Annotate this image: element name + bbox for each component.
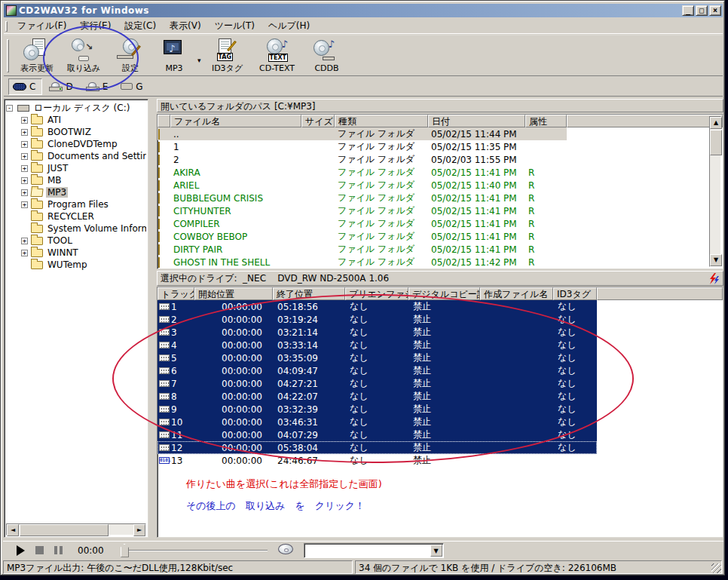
track-row[interactable]: 6 00:00:00 04:09:47 なし 禁止 なし	[158, 364, 597, 377]
toolbar-grip[interactable]	[7, 39, 9, 72]
drive-tab-g[interactable]: G	[117, 78, 148, 95]
menu-settings[interactable]: 設定(C)	[118, 18, 163, 34]
file-row[interactable]: BUBBLEGUM CRISIS ファイル フォルダ 05/02/15 11:4…	[158, 192, 567, 204]
track-row[interactable]: 11 00:00:00 04:07:29 なし 禁止 なし	[158, 428, 597, 441]
column-header-icon[interactable]	[158, 115, 170, 127]
track-row[interactable]: 13 00:00:00 24:46:67 なし 禁止	[158, 454, 597, 467]
drive-tab-d[interactable]: D	[45, 78, 78, 95]
track-row[interactable]: 7 00:00:00 04:27:21 なし 禁止 なし	[158, 377, 597, 390]
tree-item[interactable]: + WUTemp	[6, 259, 146, 271]
expand-icon[interactable]: +	[21, 250, 28, 256]
expand-icon[interactable]: +	[21, 189, 28, 196]
tree-horizontal-scrollbar[interactable]: ◄ ►	[6, 523, 146, 536]
scrollbar-thumb[interactable]	[20, 524, 109, 536]
resize-grip[interactable]	[711, 563, 721, 573]
column-header-end[interactable]: 終了位置	[273, 287, 345, 300]
expand-icon[interactable]: +	[21, 201, 28, 208]
column-header-start[interactable]: 開始位置	[194, 287, 273, 300]
collapse-icon[interactable]: -	[6, 105, 13, 112]
track-row[interactable]: 2 00:00:00 03:19:24 なし 禁止 なし	[158, 313, 597, 326]
cd-text-button[interactable]: ♪ TEXT CD-TEXT	[251, 37, 304, 74]
file-row[interactable]: .. ファイル フォルダ 05/02/15 11:44 PM	[158, 127, 567, 140]
app-icon[interactable]	[6, 5, 17, 16]
track-row[interactable]: 5 00:00:00 03:35:09 なし 禁止 なし	[158, 351, 597, 364]
expand-icon[interactable]: +	[21, 141, 28, 148]
track-row[interactable]: 4 00:00:00 03:33:14 なし 禁止 なし	[158, 339, 597, 351]
menu-file[interactable]: ファイル(F)	[11, 18, 73, 34]
column-header-attr[interactable]: 属性	[525, 115, 567, 127]
expand-icon[interactable]: +	[21, 238, 28, 244]
drive-tab-e[interactable]: E	[82, 78, 115, 95]
menu-view[interactable]: 表示(V)	[163, 18, 208, 34]
track-row[interactable]: 12 00:00:00 05:38:04 なし 禁止 なし	[158, 441, 597, 454]
file-row[interactable]: CITYHUNTER ファイル フォルダ 05/02/15 11:41 PM R	[158, 204, 567, 217]
minimize-button[interactable]: _	[682, 5, 694, 16]
column-header-id3[interactable]: ID3タグ	[553, 287, 597, 300]
track-row[interactable]: 9 00:00:00 03:32:39 なし 禁止 なし	[158, 403, 597, 416]
expand-icon[interactable]: +	[21, 153, 28, 160]
tree-item[interactable]: + BOOTWIZ	[6, 126, 146, 138]
mp3-dropdown-arrow[interactable]: ▾	[197, 48, 201, 64]
column-header-preemphasis[interactable]: プリエンファシス	[345, 287, 408, 300]
menu-execute[interactable]: 実行(E)	[73, 18, 118, 34]
eject-lightning-icon[interactable]	[708, 273, 720, 285]
tree-item[interactable]: + Program Files	[6, 198, 146, 210]
file-row[interactable]: 2 ファイル フォルダ 05/02/03 11:55 PM	[158, 153, 567, 166]
scroll-left-arrow[interactable]: ◄	[7, 524, 19, 536]
scrollbar-thumb[interactable]	[710, 130, 722, 155]
play-icon[interactable]	[17, 545, 25, 556]
tree-item[interactable]: + RECYCLER	[6, 210, 146, 222]
slider-thumb[interactable]	[121, 544, 129, 557]
tree-item[interactable]: + JUST	[6, 162, 146, 174]
column-header-track[interactable]: トラック	[158, 287, 194, 300]
track-select-combobox[interactable]: ▼	[304, 543, 444, 558]
mp3-button[interactable]: ♪ MP3	[154, 37, 194, 74]
refresh-button[interactable]: 表示更新	[14, 37, 60, 74]
expand-icon[interactable]: +	[21, 117, 28, 124]
settings-button[interactable]: 設定	[107, 37, 154, 74]
column-header-filename[interactable]: ファイル名	[170, 115, 301, 127]
scroll-up-arrow[interactable]: ▲	[710, 117, 722, 129]
track-row[interactable]: 3 00:00:00 03:21:14 なし 禁止 なし	[158, 326, 597, 339]
file-row[interactable]: DIRTY PAIR ファイル フォルダ 05/02/15 11:41 PM R	[158, 243, 567, 256]
column-header-type[interactable]: 種類	[335, 115, 428, 127]
scroll-down-arrow[interactable]: ▼	[710, 254, 722, 266]
file-row[interactable]: COWBOY BEBOP ファイル フォルダ 05/02/15 11:41 PM…	[158, 230, 567, 243]
tree-item[interactable]: + Documents and Settings	[6, 150, 146, 162]
track-row[interactable]: 8 00:00:00 04:22:07 なし 禁止 なし	[158, 390, 597, 403]
file-list-scrollbar[interactable]: ▲ ▼	[709, 116, 721, 267]
cddb-button[interactable]: ♪ CDDB	[304, 37, 350, 74]
column-header-digital-copy[interactable]: デジタルコピー許可	[408, 287, 480, 300]
expand-icon[interactable]: +	[21, 129, 28, 136]
pause-icon[interactable]	[54, 546, 63, 554]
tree-item[interactable]: + MP3	[6, 186, 146, 198]
column-header-output-filename[interactable]: 作成ファイル名	[480, 287, 553, 300]
tree-item[interactable]: + MB	[6, 174, 146, 186]
tree-item[interactable]: + TOOL	[6, 235, 146, 247]
tree-root-local-disk-c[interactable]: - ローカル ディスク (C:)	[6, 102, 146, 114]
tree-item[interactable]: + ATI	[6, 114, 146, 126]
track-row[interactable]: 10 00:00:00 03:46:31 なし 禁止 なし	[158, 416, 597, 428]
menu-tools[interactable]: ツール(T)	[208, 18, 262, 34]
tree-item[interactable]: + WINNT	[6, 247, 146, 259]
column-header-size[interactable]: サイズ	[301, 115, 335, 127]
seek-slider[interactable]	[121, 544, 268, 557]
expand-icon[interactable]: +	[21, 165, 28, 172]
file-row[interactable]: ARIEL ファイル フォルダ 05/02/15 11:40 PM R	[158, 179, 567, 192]
tree-item[interactable]: + System Volume Information	[6, 222, 146, 235]
file-row[interactable]: AKIRA ファイル フォルダ 05/02/15 11:41 PM R	[158, 166, 567, 179]
maximize-button[interactable]: □	[696, 5, 708, 16]
track-row[interactable]: 1 00:00:00 05:18:56 なし 禁止 なし	[158, 300, 597, 313]
menu-grip[interactable]	[5, 21, 8, 32]
file-row[interactable]: 1 ファイル フォルダ 05/02/15 11:35 PM	[158, 140, 567, 153]
file-row[interactable]: GHOST IN THE SHELL ファイル フォルダ 05/02/15 11…	[158, 256, 567, 269]
import-button[interactable]: ↘ 取り込み	[60, 37, 107, 74]
stop-icon[interactable]	[35, 546, 44, 554]
column-header-date[interactable]: 日付	[428, 115, 525, 127]
drive-tab-c[interactable]: C	[8, 78, 42, 95]
id3-tag-button[interactable]: TAG ID3タグ	[204, 37, 251, 74]
combobox-arrow[interactable]: ▼	[430, 545, 442, 557]
close-button[interactable]: ×	[709, 5, 721, 16]
expand-icon[interactable]: +	[21, 177, 28, 184]
scroll-right-arrow[interactable]: ►	[133, 524, 145, 536]
